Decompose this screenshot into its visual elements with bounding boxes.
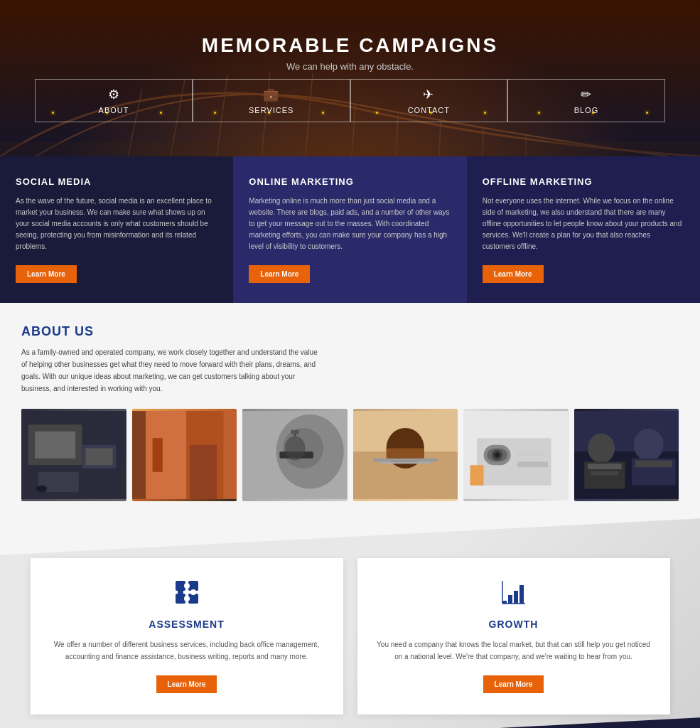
svg-rect-56 (176, 581, 185, 591)
svg-rect-65 (508, 595, 512, 604)
svg-rect-66 (514, 591, 518, 604)
photo-1 (21, 409, 126, 501)
assessment-section: ASSESSMENT We offer a number of differen… (0, 515, 700, 728)
offline-marketing-learn-more[interactable]: Learn More (483, 265, 544, 283)
service-online-marketing: ONLINE MARKETING Marketing online is muc… (233, 156, 466, 303)
svg-rect-35 (386, 448, 424, 458)
nav-blog[interactable]: ✏ BLOG (507, 79, 665, 122)
about-section: ABOUT US As a family-owned and operated … (0, 303, 700, 515)
offline-marketing-body: Not everyone uses the internet. While we… (483, 196, 684, 252)
online-marketing-title: ONLINE MARKETING (249, 176, 451, 187)
svg-rect-67 (519, 585, 524, 604)
services-icon: 💼 (263, 87, 279, 102)
nav-services-label: SERVICES (249, 106, 294, 114)
contact-icon: ✈ (423, 87, 434, 102)
hero-subtitle: We can help with any obstacle. (202, 61, 498, 72)
social-media-body: As the wave of the future, social media … (16, 196, 217, 252)
svg-point-60 (184, 583, 190, 589)
photo-5 (463, 409, 569, 501)
svg-point-29 (285, 436, 306, 460)
service-offline-marketing: OFFLINE MARKETING Not everyone uses the … (467, 156, 700, 303)
offline-marketing-title: OFFLINE MARKETING (483, 176, 684, 187)
svg-rect-53 (588, 464, 622, 469)
assessment-body: We offer a number of different business … (48, 638, 325, 663)
nav-blog-label: BLOG (574, 106, 599, 114)
chart-icon (375, 579, 652, 610)
photo-6 (574, 409, 679, 501)
growth-body: You need a company that knows the local … (375, 638, 652, 663)
svg-point-43 (495, 452, 500, 458)
svg-point-63 (178, 589, 183, 595)
service-social-media: SOCIAL MEDIA As the wave of the future, … (0, 156, 233, 303)
svg-point-15 (36, 486, 47, 493)
navigation-bar: ⚙ ABOUT 💼 SERVICES ✈ CONTACT ✏ BLOG (35, 79, 665, 122)
nav-contact[interactable]: ✈ CONTACT (350, 79, 508, 122)
svg-rect-17 (85, 448, 112, 465)
svg-rect-10 (0, 142, 700, 156)
growth-card: GROWTH You need a company that knows the… (357, 558, 670, 714)
social-media-title: SOCIAL MEDIA (16, 176, 217, 187)
svg-rect-21 (132, 411, 146, 499)
nav-contact-label: CONTACT (408, 106, 450, 114)
assessment-card: ASSESSMENT We offer a number of differen… (31, 558, 343, 714)
svg-rect-19 (146, 411, 186, 499)
svg-rect-54 (591, 471, 618, 476)
online-marketing-body: Marketing online is much more than just … (249, 196, 451, 252)
about-icon: ⚙ (108, 87, 120, 102)
online-marketing-learn-more[interactable]: Learn More (249, 265, 310, 283)
svg-rect-36 (373, 459, 437, 462)
svg-rect-31 (291, 430, 299, 434)
nav-about-label: ABOUT (99, 106, 129, 114)
about-body: As a family-owned and operated company, … (21, 346, 320, 395)
assessment-learn-more[interactable]: Learn More (156, 675, 217, 693)
svg-point-61 (190, 589, 196, 595)
photo-3 (242, 409, 348, 501)
svg-rect-44 (517, 462, 548, 468)
assessment-title: ASSESSMENT (48, 619, 325, 630)
photo-grid (21, 409, 679, 501)
svg-rect-46 (470, 465, 484, 486)
services-section: SOCIAL MEDIA As the wave of the future, … (0, 156, 700, 303)
about-title: ABOUT US (21, 324, 679, 339)
svg-rect-13 (35, 432, 75, 459)
svg-point-50 (633, 429, 663, 461)
nav-services[interactable]: 💼 SERVICES (193, 79, 350, 122)
nav-about[interactable]: ⚙ ABOUT (35, 79, 193, 122)
puzzle-icon (48, 579, 325, 610)
growth-title: GROWTH (375, 619, 652, 630)
blog-icon: ✏ (581, 87, 592, 102)
hero-section: MEMORABLE CAMPAIGNS We can help with any… (0, 0, 700, 156)
photo-4 (353, 409, 458, 501)
svg-rect-24 (189, 445, 216, 499)
svg-point-62 (184, 596, 190, 601)
svg-rect-58 (176, 594, 185, 604)
svg-rect-22 (152, 438, 162, 472)
photo-2 (132, 409, 237, 501)
svg-rect-57 (188, 581, 198, 591)
social-media-learn-more[interactable]: Learn More (16, 265, 77, 283)
svg-rect-37 (380, 462, 431, 464)
svg-rect-55 (635, 461, 672, 468)
hero-title: MEMORABLE CAMPAIGNS (202, 34, 498, 57)
svg-rect-45 (517, 451, 544, 456)
svg-rect-59 (188, 594, 198, 604)
svg-point-49 (588, 434, 615, 464)
assess-grid: ASSESSMENT We offer a number of differen… (31, 558, 670, 714)
growth-learn-more[interactable]: Learn More (483, 675, 544, 693)
hero-content: MEMORABLE CAMPAIGNS We can help with any… (202, 34, 498, 72)
